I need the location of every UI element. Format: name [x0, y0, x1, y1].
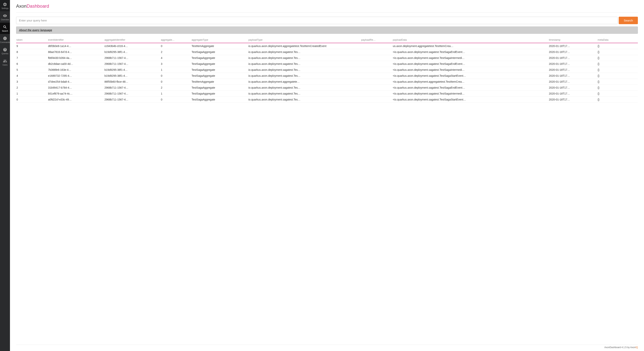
- sidebar: Settings Overview Search Commands Querie…: [0, 0, 10, 351]
- column-header[interactable]: payloadType: [248, 37, 361, 43]
- table-row[interactable]: 9d6f3b0e8-1a14-4…cc943b4b-c016-4…0TestIt…: [16, 43, 638, 49]
- search-input[interactable]: [16, 17, 618, 24]
- cell-aggregateType: TestSagaAggregate: [191, 67, 248, 73]
- cell-payloadType: io.quarkus.axon.deployment.sagatest.Tes…: [248, 55, 361, 61]
- column-header[interactable]: metaData: [597, 37, 638, 43]
- cell-payloadData: <io.quarkus.axon.deployment.aggregatetes…: [392, 79, 548, 85]
- cell-eventIdentifier: 7b366fe6-163e-4…: [48, 67, 104, 73]
- cell-metaData: {}: [597, 91, 638, 97]
- cell-aggregateSeq: 4: [160, 55, 191, 61]
- cell-token: 1: [16, 91, 48, 97]
- cell-aggregateSeq: 2: [160, 49, 191, 55]
- cell-payloadType: io.quarkus.axon.deployment.sagatest.Tes…: [248, 97, 361, 103]
- cell-metaData: {}: [597, 49, 638, 55]
- sidebar-item-commands[interactable]: Commands: [0, 34, 10, 45]
- cell-token: 2: [16, 85, 48, 91]
- table-row[interactable]: 7fb6f4430-b394-4a…2968b711-1567-4…4TestS…: [16, 55, 638, 61]
- cell-timestamp: 2020-01-18T17…: [548, 61, 597, 67]
- cell-payloadData: <io.quarkus.axon.deployment.sagatest.Tes…: [392, 97, 548, 103]
- cell-aggregateSeq: 1: [160, 67, 191, 73]
- cell-payloadType: io.quarkus.axon.deployment.sagatest.Tes…: [248, 91, 361, 97]
- cell-aggregateSeq: 0: [160, 43, 191, 49]
- cell-aggregateSeq: 0: [160, 97, 191, 103]
- column-header[interactable]: aggregate…: [160, 37, 191, 43]
- cell-payloadData: us.axon.deployment.aggregatetest.TestIte…: [392, 43, 548, 49]
- cell-aggregateType: TestSagaAggregate: [191, 73, 248, 79]
- table-row[interactable]: 3d7dee254-bda8-4…86f55b60-fbce-48…0TestI…: [16, 79, 638, 85]
- column-header[interactable]: timestamp: [548, 37, 597, 43]
- cell-payloadType: io.quarkus.axon.deployment.sagatest.Tes…: [248, 85, 361, 91]
- cell-metaData: {}: [597, 67, 638, 73]
- sidebar-item-settings[interactable]: Settings: [0, 0, 10, 11]
- cell-token: 0: [16, 97, 48, 103]
- about-query-language-link[interactable]: About the query language: [19, 29, 52, 32]
- cell-payloadData: <io.quarkus.axon.deployment.sagatest.Tes…: [392, 49, 548, 55]
- sidebar-item-label: Search: [2, 30, 8, 32]
- cell-eventIdentifier: d6f3b0e8-1a14-4…: [48, 43, 104, 49]
- cell-payloadRev: [361, 79, 392, 85]
- table-row[interactable]: 231b99417-b784-4…2968b711-1567-4…2TestSa…: [16, 85, 638, 91]
- cell-eventIdentifier: e1689732-7295-4…: [48, 73, 104, 79]
- table-row[interactable]: 57b366fe6-163e-4…b19d9295-38f1-4…1TestSa…: [16, 67, 638, 73]
- cell-payloadData: <io.quarkus.axon.deployment.sagatest.Tes…: [392, 91, 548, 97]
- cell-payloadData: <io.quarkus.axon.deployment.sagatest.Tes…: [392, 67, 548, 73]
- cell-eventIdentifier: 88ae7816-647d-4…: [48, 49, 104, 55]
- cell-payloadRev: [361, 73, 392, 79]
- cell-aggregateIdentifier: b19d9295-38f1-4…: [104, 73, 160, 79]
- cell-aggregateIdentifier: 2968b711-1567-4…: [104, 91, 160, 97]
- cell-payloadType: io.quarkus.axon.deployment.aggregatetest…: [248, 43, 361, 49]
- sidebar-item-queries[interactable]: Queries: [0, 45, 10, 57]
- cell-aggregateSeq: 2: [160, 85, 191, 91]
- table-row[interactable]: 4e1689732-7295-4…b19d9295-38f1-4…0TestSa…: [16, 73, 638, 79]
- cell-timestamp: 2020-01-18T17…: [548, 43, 597, 49]
- column-header[interactable]: aggregateIdentifier: [104, 37, 160, 43]
- column-header[interactable]: payloadRe…: [361, 37, 392, 43]
- cell-payloadData: <io.quarkus.axon.deployment.sagatest.Tes…: [392, 61, 548, 67]
- cell-token: 9: [16, 43, 48, 49]
- table-row[interactable]: 1b51ef876-aa74-4c…2968b711-1567-4…1TestS…: [16, 91, 638, 97]
- cell-aggregateIdentifier: b19d9295-38f1-4…: [104, 67, 160, 73]
- search-button[interactable]: Search: [619, 17, 638, 24]
- cell-payloadType: io.quarkus.axon.deployment.sagatest.Tes…: [248, 67, 361, 73]
- cell-payloadData: <io.quarkus.axon.deployment.sagatest.Tes…: [392, 55, 548, 61]
- cell-timestamp: 2020-01-18T17…: [548, 49, 597, 55]
- cell-payloadRev: [361, 67, 392, 73]
- cell-aggregateType: TestSagaAggregate: [191, 61, 248, 67]
- sidebar-item-overview[interactable]: Overview: [0, 11, 10, 23]
- cell-payloadType: io.quarkus.axon.deployment.sagatest.Tes…: [248, 73, 361, 79]
- footer-text: AxonDashboard 4.1.5 by: [604, 346, 630, 349]
- cell-aggregateType: TestSagaAggregate: [191, 91, 248, 97]
- results-table: tokeneventIdentifieraggregateIdentifiera…: [16, 37, 638, 103]
- table-row[interactable]: 6db2c8dae-ca00-4d…2968b711-1567-4…3TestS…: [16, 61, 638, 67]
- cell-aggregateIdentifier: 2968b711-1567-4…: [104, 55, 160, 61]
- footer-brand-suffix: IQ: [636, 346, 638, 349]
- column-header[interactable]: aggregateType: [191, 37, 248, 43]
- column-header[interactable]: token: [16, 37, 48, 43]
- cell-metaData: {}: [597, 97, 638, 103]
- cell-token: 7: [16, 55, 48, 61]
- cell-metaData: {}: [597, 85, 638, 91]
- column-header[interactable]: eventIdentifier: [48, 37, 104, 43]
- cell-aggregateType: TestSagaAggregate: [191, 49, 248, 55]
- cell-aggregateSeq: 3: [160, 61, 191, 67]
- brand-suffix: Dashboard: [27, 4, 49, 9]
- sidebar-item-users[interactable]: Users: [0, 57, 10, 68]
- cell-payloadRev: [361, 91, 392, 97]
- cell-payloadRev: [361, 61, 392, 67]
- question-icon: [3, 48, 7, 52]
- table-row[interactable]: 888ae7816-647d-4…b19d9295-38f1-4…2TestSa…: [16, 49, 638, 55]
- main-content: AxonDashboard Search About the query lan…: [10, 0, 644, 351]
- cell-payloadType: io.quarkus.axon.deployment.sagatest.Tes…: [248, 49, 361, 55]
- brand-prefix: Axon: [16, 4, 27, 9]
- cell-eventIdentifier: d7dee254-bda8-4…: [48, 79, 104, 85]
- table-row[interactable]: 0a0fd22cf-e33c-49…2968b711-1567-4…0TestS…: [16, 97, 638, 103]
- divider: [16, 12, 638, 13]
- column-header[interactable]: payloadData: [392, 37, 548, 43]
- sidebar-item-search[interactable]: Search: [0, 23, 10, 34]
- cell-aggregateIdentifier: cc943b4b-c016-4…: [104, 43, 160, 49]
- cell-timestamp: 2020-01-18T17…: [548, 55, 597, 61]
- cell-aggregateIdentifier: 2968b711-1567-4…: [104, 85, 160, 91]
- cell-timestamp: 2020-01-18T17…: [548, 85, 597, 91]
- sidebar-item-label: Queries: [2, 53, 8, 55]
- cell-metaData: {}: [597, 43, 638, 49]
